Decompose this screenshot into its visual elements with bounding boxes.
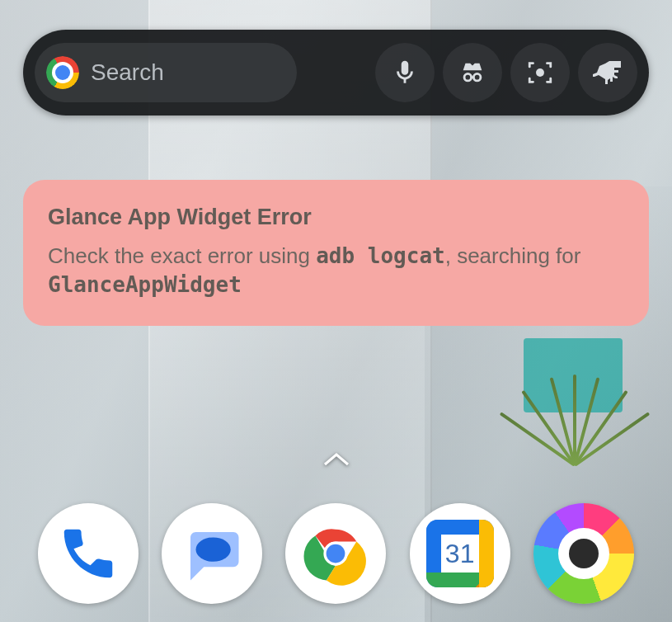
dock-app-camera[interactable]	[533, 503, 634, 604]
svg-point-1	[473, 73, 481, 81]
messages-icon	[180, 521, 244, 586]
glance-error-widget[interactable]: Glance App Widget Error Check the exact …	[23, 180, 649, 326]
phone-icon	[56, 521, 120, 586]
error-title: Glance App Widget Error	[48, 205, 624, 230]
error-code-adb: adb logcat	[316, 243, 445, 268]
lens-button[interactable]	[510, 43, 570, 102]
dock: 31	[0, 503, 672, 604]
app-drawer-handle[interactable]	[322, 450, 351, 473]
calendar-icon: 31	[426, 520, 494, 587]
voice-search-button[interactable]	[375, 43, 435, 102]
chevron-up-icon	[322, 450, 351, 469]
svg-point-0	[464, 73, 472, 81]
calendar-day: 31	[426, 520, 494, 587]
search-placeholder: Search	[91, 59, 164, 86]
error-code-tag: GlanceAppWidget	[48, 272, 242, 297]
dock-app-calendar[interactable]: 31	[410, 503, 510, 604]
svg-point-2	[536, 68, 544, 77]
dino-icon	[591, 59, 624, 86]
dock-app-chrome[interactable]	[285, 503, 386, 604]
dock-app-messages[interactable]	[162, 503, 262, 604]
dock-app-phone[interactable]	[38, 503, 139, 604]
error-body: Check the exact error using adb logcat, …	[48, 242, 624, 299]
lens-icon	[526, 59, 554, 87]
incognito-button[interactable]	[443, 43, 502, 102]
chrome-icon	[303, 521, 368, 586]
svg-point-6	[327, 544, 345, 563]
chrome-icon	[46, 56, 79, 89]
svg-point-3	[196, 538, 231, 562]
search-input[interactable]: Search	[35, 43, 297, 102]
wallpaper-plant	[507, 350, 647, 490]
chrome-search-widget: Search	[23, 30, 649, 115]
dino-button[interactable]	[578, 43, 637, 102]
microphone-icon	[391, 59, 419, 87]
incognito-icon	[458, 59, 486, 87]
